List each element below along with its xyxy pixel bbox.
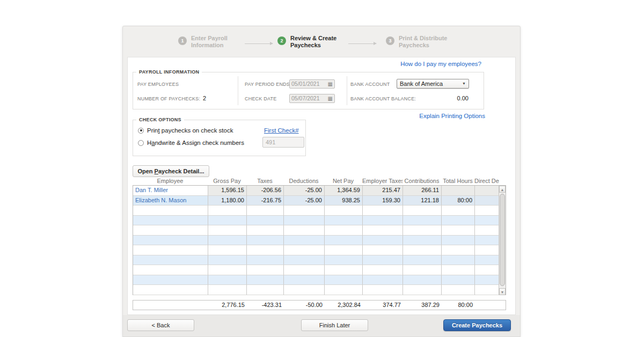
column-header[interactable]: Employee	[133, 178, 208, 185]
employee-cell	[133, 206, 208, 216]
amount-cell[interactable]: 1,180.00	[208, 196, 247, 206]
vertical-scrollbar[interactable]: ▲ ▼	[499, 186, 506, 295]
amount-cell	[363, 285, 403, 295]
amount-cell[interactable]: 1,364.59	[325, 186, 363, 196]
amount-cell[interactable]: 266.11	[403, 186, 442, 196]
amount-cell	[325, 245, 363, 255]
bank-account-balance-label: BANK ACCOUNT BALANCE:	[350, 96, 416, 101]
amount-cell	[284, 275, 325, 285]
amount-cell	[475, 255, 500, 266]
back-button[interactable]: < Back	[127, 319, 194, 331]
totals-value-cell: 80:00	[442, 301, 475, 310]
paycheck-table-body: Dan T. Miller1,596.15-206.56-25.001,364.…	[133, 186, 500, 295]
amount-cell[interactable]: -25.00	[284, 196, 325, 206]
table-row: Dan T. Miller1,596.15-206.56-25.001,364.…	[133, 186, 500, 196]
totals-value-cell: -50.00	[284, 301, 325, 310]
column-header[interactable]: Direct Dep	[474, 178, 499, 185]
amount-cell	[403, 236, 442, 246]
amount-cell	[442, 275, 475, 285]
amount-cell	[403, 275, 442, 285]
first-check-number-label[interactable]: First Check#	[264, 127, 299, 134]
column-header[interactable]: Taxes	[246, 178, 283, 185]
amount-cell[interactable]: -206.56	[247, 186, 284, 196]
radio-selected-icon[interactable]	[138, 128, 144, 134]
step-3-circle-icon: 3	[386, 36, 394, 45]
check-options-legend: CHECK OPTIONS	[136, 117, 184, 122]
pay-employees-label: PAY EMPLOYEES	[137, 82, 179, 87]
paycheck-table: Dan T. Miller1,596.15-206.56-25.001,364.…	[133, 185, 506, 295]
radio-unselected-icon[interactable]	[138, 140, 144, 146]
open-paycheck-detail-button[interactable]: Open Paycheck Detail...	[133, 165, 209, 177]
amount-cell[interactable]: 80:00	[442, 196, 475, 206]
amount-cell	[363, 255, 403, 266]
scroll-down-icon[interactable]: ▼	[499, 288, 506, 295]
amount-cell[interactable]: 1,596.15	[208, 186, 247, 196]
amount-cell	[325, 236, 363, 246]
column-header[interactable]: Contributions	[402, 178, 441, 185]
amount-cell	[442, 265, 475, 275]
handwrite-radio-row[interactable]: Handwrite & Assign check numbers	[138, 140, 244, 146]
amount-cell[interactable]: 121.18	[403, 196, 442, 206]
table-row-empty	[133, 216, 500, 226]
column-header[interactable]: Deductions	[283, 178, 324, 185]
amount-cell	[208, 265, 247, 275]
pay-period-ends-input[interactable]: 05/01/2021 ▦	[289, 79, 335, 89]
amount-cell	[208, 255, 247, 266]
column-header[interactable]: Employer Taxes	[362, 178, 402, 185]
amount-cell[interactable]: -25.00	[284, 186, 325, 196]
column-header[interactable]: Gross Pay	[208, 178, 246, 185]
employee-cell	[133, 275, 208, 285]
amount-cell	[284, 285, 325, 295]
amount-cell	[403, 285, 442, 295]
wizard-content: How do I pay my employees? PAYROLL INFOR…	[127, 57, 516, 315]
table-row-empty	[133, 245, 500, 255]
amount-cell[interactable]: 938.25	[325, 196, 363, 206]
employee-cell	[133, 265, 208, 275]
employee-cell[interactable]: Dan T. Miller	[133, 186, 208, 196]
finish-later-button[interactable]: Finish Later	[301, 319, 368, 331]
employee-cell	[133, 225, 208, 236]
amount-cell	[208, 216, 247, 226]
create-paychecks-button[interactable]: Create Paychecks	[443, 319, 511, 331]
amount-cell[interactable]: 215.47	[363, 186, 403, 196]
scrollbar-thumb[interactable]	[500, 194, 505, 286]
amount-cell	[363, 245, 403, 255]
employee-cell[interactable]: Elizabeth N. Mason	[133, 196, 208, 206]
bank-account-dropdown[interactable]: Bank of America ▼	[397, 79, 469, 89]
amount-cell[interactable]	[475, 196, 500, 206]
number-of-paychecks-label: NUMBER OF PAYCHECKS:	[137, 96, 200, 101]
calendar-icon[interactable]: ▦	[328, 82, 333, 87]
amount-cell	[442, 236, 475, 246]
paycheck-table-header: EmployeeGross PayTaxesDeductionsNet PayE…	[133, 178, 499, 185]
amount-cell	[247, 225, 284, 236]
scroll-up-icon[interactable]: ▲	[499, 186, 506, 193]
amount-cell[interactable]: -216.75	[247, 196, 284, 206]
amount-cell	[475, 225, 500, 236]
table-row-empty	[133, 265, 500, 275]
calendar-icon[interactable]: ▦	[328, 96, 333, 101]
amount-cell[interactable]	[442, 186, 475, 196]
totals-value-cell: 387.29	[403, 301, 442, 310]
first-check-number-input[interactable]: 491	[262, 137, 304, 148]
amount-cell[interactable]: 159.30	[363, 196, 403, 206]
amount-cell	[208, 206, 247, 216]
step-arrow-icon	[348, 43, 376, 44]
check-date-input[interactable]: 05/07/2021 ▦	[289, 94, 335, 103]
number-of-paychecks-value: 2	[203, 95, 206, 101]
amount-cell[interactable]	[475, 186, 500, 196]
print-paychecks-radio-row[interactable]: Print paychecks on check stock	[138, 127, 233, 134]
column-header[interactable]: Net Pay	[324, 178, 362, 185]
amount-cell	[475, 236, 500, 246]
help-link[interactable]: How do I pay my employees?	[400, 61, 481, 67]
step-arrow-icon	[245, 43, 273, 44]
step-3-label: Print & Distribute Paychecks	[399, 35, 447, 49]
check-date-label: CHECK DATE	[245, 96, 276, 101]
column-header[interactable]: Total Hours	[441, 178, 474, 185]
amount-cell	[475, 275, 500, 285]
explain-printing-options-link[interactable]: Explain Printing Options	[419, 113, 485, 119]
amount-cell	[475, 245, 500, 255]
step-enter-payroll: 1 Enter Payroll Information	[178, 35, 228, 49]
amount-cell	[247, 265, 284, 275]
amount-cell	[284, 245, 325, 255]
wizard-stepper: 1 Enter Payroll Information 2 Review & C…	[123, 26, 520, 57]
